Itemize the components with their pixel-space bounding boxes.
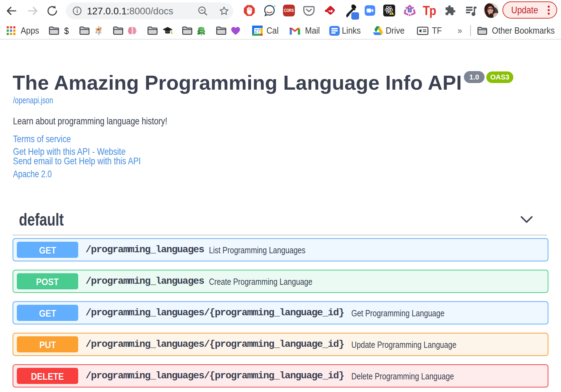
svg-text:CORS: CORS [284,8,294,13]
svg-text:27: 27 [255,28,260,34]
